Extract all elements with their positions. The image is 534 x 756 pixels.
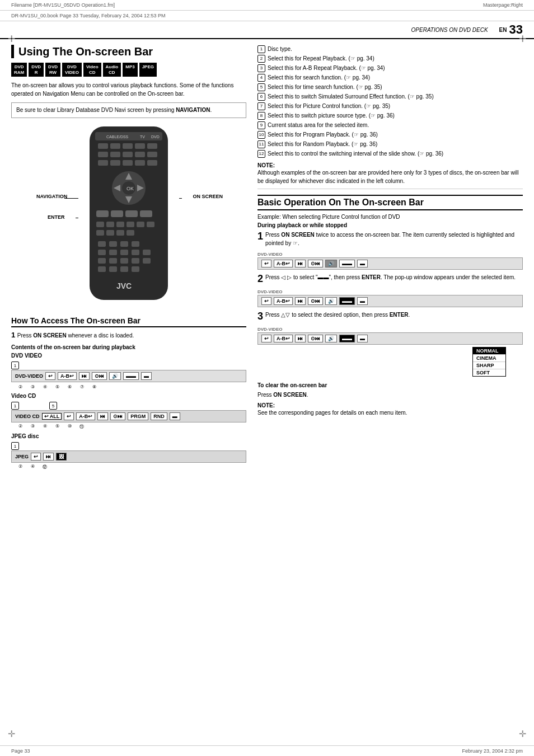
item-text-4: Select this for search function. (☞ pg. …	[268, 73, 370, 82]
svg-rect-37	[96, 230, 104, 236]
jpeg-bar-container: 1 JPEG ↩ ⏭ 🖼 ② ④ ⑫	[11, 442, 246, 470]
basic-step1-num: 1	[257, 231, 263, 242]
footer-page-left: Page 33	[11, 748, 30, 754]
vcd-n11: ⑪	[76, 424, 87, 430]
bar-item-picture: ▬▬	[123, 372, 139, 380]
svg-rect-33	[116, 222, 124, 227]
b1-ab: A-B↩	[274, 260, 293, 267]
item-num-4: 4	[257, 74, 265, 82]
basic-step3-text: Press △▽ to select the desired option, t…	[265, 312, 410, 318]
onscreen-line	[179, 198, 182, 199]
popup-menu-container: NORMAL CINEMA SHARP SOFT	[257, 347, 506, 377]
list-item-6: 6 Select this to switch Simulated Surrou…	[257, 92, 523, 101]
vcd-all-badge: ↩ ALL	[42, 413, 62, 420]
item-num-8: 8	[257, 112, 265, 120]
basic-bar3-label: DVD-VIDEO	[257, 327, 523, 332]
basic-step2-block: 2 Press ◁ ▷ to select "▬▬", then press E…	[257, 273, 523, 285]
note-box: Be sure to clear Library Database DVD Na…	[11, 102, 246, 118]
svg-rect-56	[109, 266, 117, 272]
list-item-12: 12 Select this to control the switching …	[257, 149, 523, 158]
step1-num: 1	[11, 331, 17, 339]
svg-rect-5	[98, 143, 108, 149]
basic-bar1-label: DVD-VIDEO	[257, 252, 523, 257]
b1-source: ▬	[357, 260, 368, 267]
bar-item-surround: 🔊	[109, 372, 121, 380]
during-playback-text: During playback or while stopped	[257, 222, 523, 228]
remote-svg: CABLE/DSS TV DVD	[78, 124, 179, 308]
svg-rect-52	[120, 258, 128, 264]
disc-icon-jpeg: JPEG	[139, 63, 157, 77]
jpeg-onscreen-bar: JPEG ↩ ⏭ 🖼	[11, 450, 246, 463]
dvd-video-onscreen-bar: DVD-VIDEO ↩ A-B↩ ⏭ ⊙⏭ 🔊 ▬▬ ▬	[11, 370, 246, 382]
item-text-1: Disc type.	[268, 45, 292, 53]
remote-nav-label: NAVIGATION	[36, 194, 67, 199]
svg-rect-19	[147, 160, 157, 166]
bar-n4: ④	[39, 384, 50, 389]
popup-menu: NORMAL CINEMA SHARP SOFT	[472, 347, 506, 377]
vcd-skip: ⏭	[97, 412, 108, 420]
right-column: 1 Disc type. 2 Select this for Repeat Pl…	[257, 45, 523, 471]
jpeg-repeat: ↩	[31, 453, 41, 461]
b3-repeat: ↩	[261, 335, 271, 342]
svg-rect-8	[135, 143, 145, 149]
numbered-items-list: 1 Disc type. 2 Select this for Repeat Pl…	[257, 45, 523, 158]
svg-rect-12	[123, 152, 133, 157]
svg-rect-16	[110, 160, 120, 166]
vcd-onscreen-bar: VIDEO CD ↩ ALL ↩ A-B↩ ⏭ ⊙⏭ PRGM RND ▬	[11, 410, 246, 422]
filename-label: Filename [DR-MV1SU_05DVD Operation1.fm]	[11, 2, 115, 8]
svg-text:DVD: DVD	[151, 135, 160, 139]
example-text: Example: When selecting Picture Control …	[257, 214, 523, 220]
svg-text:TV: TV	[140, 135, 145, 139]
item-num-11: 11	[257, 140, 265, 148]
vcd-n5: ⑤	[51, 424, 63, 430]
svg-rect-6	[110, 143, 120, 149]
vcd-bar-label: VIDEO CD	[15, 414, 40, 419]
book-ref-bar: DR-MV1SU_00.book Page 33 Tuesday, Februa…	[0, 11, 534, 21]
svg-rect-58	[132, 266, 139, 272]
remote-enter-label: ENTER	[48, 214, 65, 220]
bar-item-repeat: ↩	[45, 372, 55, 380]
item-text-5: Select this for time search function. (☞…	[268, 83, 382, 91]
svg-rect-49	[143, 250, 151, 255]
vcd-num-row: ② ③ ④ ⑤ ⑩ ⑪	[11, 424, 246, 430]
svg-rect-13	[135, 152, 145, 157]
svg-rect-35	[137, 222, 144, 227]
vcd-n4: ④	[39, 424, 50, 430]
b1-repeat: ↩	[261, 260, 271, 267]
page-num-bar: OPERATIONS ON DVD DECK EN 33	[0, 21, 534, 39]
svg-rect-14	[147, 152, 157, 157]
b1-search: ⊙⏭	[308, 260, 323, 267]
bar-item-source: ▬	[141, 372, 152, 380]
list-item-8: 8 Select this to switch picture source t…	[257, 111, 523, 120]
basic-bar2-container: DVD-VIDEO ↩ A-B↩ ⏭ ⊙⏭ 🔊 ▬▬ ▬	[257, 289, 523, 307]
list-item-5: 5 Select this for time search function. …	[257, 83, 523, 91]
svg-rect-7	[123, 143, 133, 149]
jpeg-num-1: 1	[11, 442, 19, 450]
vcd-rnd: RND	[151, 412, 167, 420]
item-num-1: 1	[257, 45, 265, 53]
popup-item-sharp: SHARP	[473, 362, 505, 369]
note-label-right: NOTE:	[257, 162, 523, 168]
svg-rect-47	[120, 250, 128, 255]
svg-rect-31	[96, 222, 104, 227]
svg-rect-42	[109, 241, 117, 247]
corner-br: ✛	[519, 729, 526, 739]
basic-bar3: ↩ A-B↩ ⏭ ⊙⏭ 🔊 ▬▬ ▬	[257, 332, 523, 345]
section-title-using-onscreen: Using The On-screen Bar	[11, 45, 246, 58]
note2-label: NOTE:	[257, 402, 523, 408]
corner-bl: ✛	[8, 729, 15, 739]
jpeg-num-row: ② ④ ⑫	[11, 464, 246, 470]
item-num-2: 2	[257, 55, 265, 63]
svg-rect-36	[147, 222, 154, 227]
dvd-video-label: DVD VIDEO	[11, 353, 246, 359]
step1-text: Press ON SCREEN whenever a disc is loade…	[17, 332, 134, 339]
vcd-repeat: ↩	[64, 412, 74, 420]
list-item-11: 11 Select this for Random Playback. (☞ p…	[257, 140, 523, 148]
operations-title: OPERATIONS ON DVD DECK	[411, 27, 488, 33]
b3-picture: ▬▬	[339, 335, 355, 342]
book-ref: DR-MV1SU_00.book Page 33 Tuesday, Februa…	[11, 13, 166, 18]
page-container: ✛ ✛ ✛ ✛ Filename [DR-MV1SU_05DVD Operati…	[0, 0, 534, 756]
list-item-4: 4 Select this for search function. (☞ pg…	[257, 73, 523, 82]
basic-step2-num: 2	[257, 273, 263, 285]
disc-icon-dvd-rw: DVDRW	[45, 63, 60, 77]
